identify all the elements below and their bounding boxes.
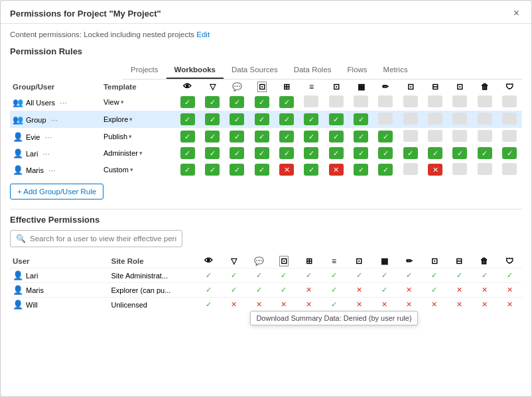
rule-perm-cell: ✓ (249, 145, 274, 161)
perm-gray (502, 130, 517, 142)
rule-group-name: 👤Lari ··· (10, 145, 101, 161)
rule-perm-cell: ✓ (299, 128, 324, 145)
add-rule-button[interactable]: + Add Group/User Rule (10, 184, 103, 199)
rule-perm-cell: ✓ (200, 111, 224, 128)
tab-projects[interactable]: Projects (123, 62, 166, 79)
eff-perm-icon-comment: 💬 (246, 254, 271, 268)
search-box[interactable]: 🔍 (10, 230, 182, 247)
rule-perm-cell: ✓ (398, 145, 423, 161)
content-permissions-bar: Content permissions: Locked including ne… (10, 30, 522, 38)
eff-perm-cell: ✓ (322, 283, 347, 298)
rule-group-name: 👥Group ··· (10, 111, 101, 128)
tab-data-roles[interactable]: Data Roles (286, 62, 340, 79)
rule-perm-cell: ✓ (175, 161, 200, 178)
modal-title: Permissions for Project "My Project" (10, 9, 161, 19)
eff-x: ✕ (356, 300, 362, 308)
eff-perm-cell: ✕ (246, 298, 271, 312)
eff-perm-cell: ✓ (221, 283, 246, 298)
row-options-button[interactable]: ··· (42, 132, 54, 142)
rule-perm-cell: ✓ (324, 111, 348, 128)
perm-green: ✓ (329, 131, 344, 142)
perm-gray (478, 113, 492, 125)
eff-x: ✕ (356, 286, 362, 294)
rule-perm-cell: ✓ (348, 145, 373, 161)
rule-perm-cell: ✓ (348, 161, 373, 178)
perm-icon-copy: ⊡ (448, 80, 472, 93)
permission-rules-table: Group/User Template 👁 ▽ 💬 ⊡ ⊞ ≡ ⊡ ▦ ✏ ⊡ … (10, 80, 522, 178)
perm-icon-move: ⊟ (423, 80, 447, 93)
col-header-template: Template (101, 80, 175, 93)
eff-x: ✕ (507, 286, 513, 294)
eff-perm-cell: ✓ (371, 268, 397, 283)
eff-x: ✕ (406, 286, 412, 294)
eff-perm-icon-view: 👁 (196, 254, 222, 268)
group-icon: 👤 (13, 165, 23, 175)
row-options-button[interactable]: ··· (48, 115, 61, 125)
eff-perm-icon-permissions: 🛡 (497, 254, 522, 268)
permissions-modal: Permissions for Project "My Project" × C… (0, 0, 532, 397)
search-input[interactable] (30, 235, 176, 243)
perm-green: ✓ (180, 96, 195, 108)
eff-perm-cell: ✓ (422, 268, 447, 283)
perm-green: ✓ (354, 113, 368, 125)
eff-x: ✕ (306, 300, 312, 308)
tab-workbooks[interactable]: Workbooks (166, 62, 224, 79)
eff-check: ✓ (256, 271, 262, 279)
perm-green: ✓ (304, 147, 318, 159)
perm-icon-filter: ▽ (200, 80, 224, 93)
eff-x: ✕ (482, 300, 488, 308)
perm-icon-grid: ▦ (348, 80, 373, 93)
rule-perm-cell (448, 128, 472, 145)
perm-green: ✓ (378, 164, 393, 176)
eff-check: ✓ (507, 271, 513, 279)
rule-perm-cell (472, 161, 497, 178)
perm-gray (378, 113, 393, 125)
row-options-button[interactable]: ··· (57, 97, 70, 107)
eff-perm-cell: ✓ (322, 268, 347, 283)
group-icon: 👤 (13, 148, 23, 158)
rule-perm-cell: ✓ (200, 161, 224, 178)
perm-green: ✓ (428, 147, 442, 159)
perm-gray (403, 163, 418, 175)
eff-perm-cell: ✕ (472, 283, 497, 298)
tab-metrics[interactable]: Metrics (375, 62, 416, 79)
tab-flows[interactable]: Flows (340, 62, 375, 79)
tab-data-sources[interactable]: Data Sources (224, 62, 286, 79)
rule-perm-cell: ✓ (175, 128, 200, 145)
modal-body: Content permissions: Locked including ne… (1, 24, 531, 318)
eff-perm-icon-embed: ⊡ (346, 254, 371, 268)
perm-green: ✓ (255, 96, 269, 108)
eff-perm-icon-grid: ▦ (371, 254, 397, 268)
template-dropdown-arrow: ▾ (121, 99, 124, 105)
perm-green: ✓ (255, 131, 269, 142)
rule-perm-cell: ✓ (200, 128, 224, 145)
rule-perm-cell (472, 93, 497, 111)
row-options-button[interactable]: ··· (46, 165, 58, 175)
perm-icon-list: ≡ (299, 80, 324, 93)
perm-green: ✓ (279, 147, 294, 159)
perm-gray (428, 130, 442, 142)
eff-perm-cell: ✓ (447, 268, 472, 283)
perm-gray (502, 113, 517, 125)
eff-check: ✓ (281, 286, 287, 294)
eff-perm-cell: ✓ (371, 283, 397, 298)
eff-x: ✕ (381, 300, 387, 308)
perm-icon-edit: ✏ (373, 80, 398, 93)
rule-perm-cell (472, 111, 497, 128)
eff-check: ✓ (482, 271, 488, 279)
perm-icon-comment: 💬 (225, 80, 249, 93)
perm-red: ✕ (428, 164, 442, 176)
eff-x: ✕ (231, 300, 237, 308)
rule-perm-cell: ✓ (175, 145, 200, 161)
content-permissions-text: Content permissions: Locked including ne… (10, 30, 194, 38)
edit-link[interactable]: Edit (196, 30, 210, 38)
search-icon: 🔍 (16, 234, 26, 243)
perm-green: ✓ (180, 164, 195, 176)
close-button[interactable]: × (511, 7, 522, 19)
user-icon: 👤 (13, 285, 23, 295)
rule-perm-cell: ✓ (225, 93, 249, 111)
rule-perm-cell: ✓ (200, 93, 224, 111)
row-options-button[interactable]: ··· (40, 148, 52, 158)
perm-red: ✕ (329, 164, 344, 176)
rule-perm-cell: ✓ (373, 161, 398, 178)
